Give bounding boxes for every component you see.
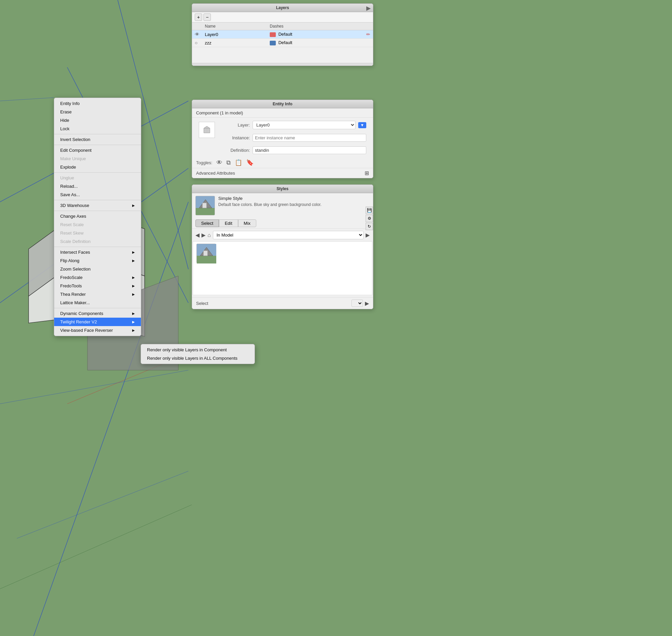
context-menu-item[interactable]: Reload... <box>54 182 141 191</box>
layer-dash-label: Default <box>279 40 292 45</box>
table-row[interactable]: 👁 Layer0 Default ✏ <box>192 30 373 39</box>
menu-item-label: Lock <box>60 126 69 131</box>
entity-layer-select[interactable]: Layer0 <box>252 121 355 129</box>
styles-bottom-select[interactable] <box>351 299 363 307</box>
context-menu-item[interactable]: View-based Face Reverser▶ <box>54 326 141 335</box>
context-menu-item[interactable]: Edit Component <box>54 146 141 155</box>
layer-pencil-icon[interactable]: ✏ <box>366 32 370 37</box>
styles-bottom: Select ▶ <box>192 297 373 309</box>
svg-rect-18 <box>196 208 215 215</box>
layers-col-visible <box>192 23 202 30</box>
layers-col-name: Name <box>202 23 267 30</box>
context-menu-item[interactable]: Explode <box>54 163 141 171</box>
menu-item-label: Invert Selection <box>60 137 90 142</box>
styles-back-button[interactable]: ◀ <box>196 232 200 238</box>
menu-item-label: Reload... <box>60 184 78 189</box>
layers-add-button[interactable]: + <box>195 14 202 21</box>
entity-instance-input[interactable] <box>252 134 366 142</box>
menu-item-label: Twilight Render V2 <box>60 319 97 324</box>
layers-export-button[interactable]: ▶ <box>366 5 370 12</box>
submenu-item[interactable]: Render only visible Layers in ALL Compon… <box>141 354 254 362</box>
entity-layer-dropdown-btn[interactable]: ▼ <box>358 122 366 128</box>
styles-settings-icon[interactable]: ⚙ <box>366 215 373 222</box>
context-menu-item[interactable]: 3D Warehouse▶ <box>54 201 141 210</box>
styles-bottom-export-icon[interactable]: ▶ <box>365 300 369 306</box>
context-menu-item[interactable]: Entity Info <box>54 99 141 108</box>
styles-action-bar: Select Edit Mix <box>192 218 373 229</box>
layers-resize-handle[interactable] <box>192 63 373 66</box>
entity-info-header: Component (1 in model) <box>192 108 373 118</box>
submenu-twilight: Render only visible Layers in ComponentR… <box>141 344 255 364</box>
styles-dropdown: In Model <box>213 231 364 239</box>
layers-panel-title: Layers ▶ <box>192 4 373 12</box>
menu-item-label: FredoTools <box>60 283 82 289</box>
context-menu-item[interactable]: Twilight Render V2▶ <box>54 318 141 326</box>
style-item[interactable] <box>197 244 216 263</box>
toggle-copy-icon[interactable]: ⧉ <box>226 159 231 166</box>
layer-eye-icon[interactable]: ○ <box>195 40 198 45</box>
entity-advanced-label: Advanced Attributes <box>196 171 235 176</box>
svg-line-5 <box>0 98 54 101</box>
context-menu-item[interactable]: Dynamic Components▶ <box>54 309 141 318</box>
styles-export-button[interactable]: ▶ <box>366 232 370 238</box>
table-row[interactable]: ○ zzz Default <box>192 39 373 47</box>
context-menu-item[interactable]: Lattice Maker... <box>54 298 141 307</box>
layer-visible-cell[interactable]: 👁 <box>192 30 202 39</box>
menu-item-label: Edit Component <box>60 148 91 153</box>
layer-dash-cell: Default <box>267 30 364 39</box>
layer-visible-cell[interactable]: ○ <box>192 39 202 47</box>
context-menu-item[interactable]: Flip Along▶ <box>54 256 141 265</box>
svg-line-7 <box>17 471 188 538</box>
context-menu-item[interactable]: FredoScale▶ <box>54 273 141 282</box>
layer-color-swatch[interactable] <box>270 41 276 45</box>
submenu-item[interactable]: Render only visible Layers in Component <box>141 345 254 354</box>
menu-item-arrow: ▶ <box>132 284 135 288</box>
menu-item-label: Reset Skew <box>60 231 83 236</box>
layer-color-swatch[interactable] <box>270 32 276 37</box>
menu-item-label: Dynamic Components <box>60 311 103 316</box>
menu-item-label: Lattice Maker... <box>60 300 90 305</box>
styles-title-label: Styles <box>277 186 288 191</box>
menu-separator <box>54 145 141 145</box>
submenu-item-label: Render only visible Layers in ALL Compon… <box>147 356 238 361</box>
layers-col-pencil <box>364 23 373 30</box>
context-menu-item[interactable]: Change Axes <box>54 212 141 220</box>
layer-eye-icon[interactable]: 👁 <box>195 32 200 37</box>
context-menu-item[interactable]: Invert Selection <box>54 135 141 144</box>
styles-refresh-icon[interactable]: ↻ <box>366 223 373 230</box>
styles-panel: Styles Simple Style Default face colors.… <box>192 184 373 309</box>
context-menu-item[interactable]: Lock <box>54 124 141 133</box>
entity-definition-input[interactable] <box>252 146 366 154</box>
context-menu-item[interactable]: Hide <box>54 116 141 124</box>
context-menu-item[interactable]: FredoTools▶ <box>54 282 141 290</box>
layers-content: Name Dashes 👁 Layer0 Default ✏ ○ z <box>192 23 373 63</box>
menu-item-label: Change Axes <box>60 214 86 219</box>
styles-home-button[interactable]: ⌂ <box>207 232 211 238</box>
context-menu-item[interactable]: Thea Render▶ <box>54 290 141 298</box>
styles-select-button[interactable]: Select <box>196 219 219 227</box>
context-menu-item[interactable]: Intersect Faces▶ <box>54 248 141 256</box>
toggle-visible-icon[interactable]: 👁 <box>216 159 222 166</box>
menu-item-arrow: ▶ <box>132 259 135 262</box>
styles-bottom-controls: ▶ <box>351 299 369 307</box>
toggle-shadow-icon[interactable]: 📋 <box>235 159 242 166</box>
toggle-glue-icon[interactable]: 🔖 <box>246 159 253 166</box>
styles-edit-button[interactable]: Edit <box>219 219 238 227</box>
menu-separator <box>54 200 141 200</box>
styles-mix-button[interactable]: Mix <box>238 219 256 227</box>
menu-item-label: Unglue <box>60 175 74 180</box>
styles-location-select[interactable]: In Model <box>213 231 364 239</box>
menu-item-arrow: ▶ <box>132 250 135 254</box>
layers-remove-button[interactable]: − <box>203 14 211 21</box>
entity-advanced-icon[interactable]: ⊞ <box>365 170 369 176</box>
layers-panel: Layers ▶ + − Name Dashes 👁 Lay <box>192 3 373 66</box>
entity-definition-row: Definition: <box>219 145 370 156</box>
menu-item-label: Explode <box>60 164 76 170</box>
context-menu-item[interactable]: Zoom Selection <box>54 265 141 273</box>
styles-forward-button[interactable]: ▶ <box>202 232 205 238</box>
styles-bottom-label: Select <box>196 301 208 306</box>
context-menu-item[interactable]: Save As... <box>54 191 141 199</box>
menu-item-arrow: ▶ <box>132 320 135 324</box>
context-menu-item[interactable]: Erase <box>54 108 141 116</box>
styles-save-icon[interactable]: 💾 <box>366 206 373 214</box>
